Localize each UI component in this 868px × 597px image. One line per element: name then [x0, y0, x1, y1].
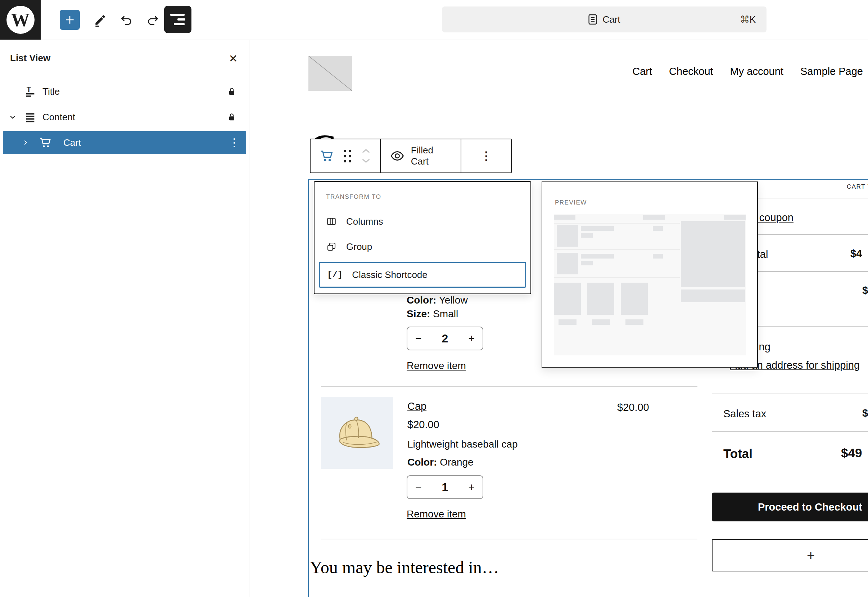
- cart-preview-skeleton: [554, 214, 746, 355]
- undo-icon: [120, 13, 134, 27]
- cart-block-icon: [37, 136, 53, 149]
- cross-sells-heading: You may be interested in…: [310, 557, 499, 577]
- document-icon: [588, 14, 597, 25]
- list-view-item-label: Title: [43, 86, 60, 97]
- pencil-icon: [93, 13, 107, 27]
- nav-link-checkout[interactable]: Checkout: [669, 65, 713, 77]
- lock-icon: [227, 112, 237, 122]
- close-list-view-button[interactable]: ✕: [226, 51, 240, 65]
- view-switcher-label: Filled Cart: [411, 145, 452, 167]
- block-outline-top: [308, 179, 868, 180]
- list-view-panel: List View ✕ T Title: [0, 40, 249, 597]
- product-price: $20.00: [407, 419, 439, 431]
- move-up-icon[interactable]: [361, 149, 371, 153]
- wordpress-w-icon: W: [6, 6, 34, 34]
- menu-item-label: Classic Shortcode: [352, 269, 428, 281]
- menu-item-label: Group: [346, 241, 372, 252]
- wordpress-block-editor: W: [0, 0, 868, 597]
- transform-menu-heading: TRANSFORM TO: [326, 193, 381, 200]
- list-view-icon: [170, 14, 185, 16]
- divider: [712, 394, 868, 394]
- command-palette[interactable]: Cart ⌘K: [442, 6, 767, 33]
- site-navigation: Cart Checkout My account Sample Page: [632, 65, 863, 77]
- cap-illustration: [330, 411, 384, 454]
- item-attribute-color: Color: Orange: [407, 457, 474, 468]
- list-view-title: List View: [10, 53, 50, 64]
- cart-block-button[interactable]: [319, 149, 334, 163]
- list-view-item-label: Content: [43, 111, 75, 123]
- move-down-icon[interactable]: [361, 159, 371, 163]
- plus-icon: [64, 14, 76, 25]
- command-palette-label: Cart: [603, 14, 620, 25]
- chevron-down-icon[interactable]: [6, 113, 19, 121]
- nav-link-cart[interactable]: Cart: [632, 65, 652, 77]
- menu-item-classic-shortcode[interactable]: [/] Classic Shortcode: [319, 262, 526, 288]
- block-toolbar: Filled Cart ⋮: [310, 139, 512, 173]
- editor-top-bar: W: [0, 0, 868, 40]
- subtotal-value: $4: [850, 248, 862, 260]
- quantity-value: 2: [442, 332, 449, 345]
- quantity-stepper: − 2 +: [407, 327, 483, 350]
- sales-tax-label: Sales tax: [723, 408, 766, 420]
- group-icon: [326, 241, 337, 252]
- shortcode-icon: [/]: [327, 270, 342, 280]
- remove-item-link[interactable]: Remove item: [407, 508, 466, 520]
- lock-icon: [227, 86, 237, 97]
- chevron-right-icon[interactable]: [19, 139, 32, 147]
- list-view-item-cart[interactable]: Cart ⋮: [3, 131, 246, 154]
- row-divider: [321, 539, 698, 539]
- transform-to-menu: TRANSFORM TO Columns Group [/] Classic S…: [314, 181, 531, 294]
- nav-link-my-account[interactable]: My account: [730, 65, 784, 77]
- title-block-icon: T: [22, 85, 38, 98]
- menu-item-label: Columns: [346, 216, 383, 227]
- proceed-to-checkout-button[interactable]: Proceed to Checkout: [712, 493, 868, 521]
- total-value: $49: [841, 446, 862, 460]
- divider: [712, 431, 868, 432]
- svg-text:T: T: [27, 85, 31, 93]
- view-switcher-button[interactable]: Filled Cart: [381, 140, 461, 172]
- decrease-quantity-button[interactable]: −: [415, 332, 422, 345]
- item-attribute-color: Color: Yellow: [407, 294, 468, 306]
- preview-heading: PREVIEW: [555, 199, 587, 206]
- block-options-button[interactable]: ⋮: [461, 140, 511, 172]
- editor-canvas: Cart Checkout My account Sample Page Car…: [249, 40, 868, 597]
- total-label: Total: [723, 447, 752, 461]
- sales-tax-value: $: [862, 407, 868, 419]
- command-shortcut: ⌘K: [740, 6, 756, 33]
- wordpress-logo[interactable]: W: [0, 0, 41, 40]
- item-attribute-size: Size: Small: [407, 308, 458, 320]
- redo-button[interactable]: [145, 13, 160, 27]
- site-logo-placeholder[interactable]: [308, 56, 352, 91]
- add-block-button[interactable]: [60, 10, 80, 30]
- edit-mode-button[interactable]: [93, 13, 107, 27]
- columns-icon: [326, 216, 337, 227]
- quantity-stepper: − 1 +: [407, 475, 483, 499]
- block-appender-button[interactable]: +: [712, 539, 868, 572]
- menu-item-columns[interactable]: Columns: [319, 210, 526, 233]
- plus-icon: +: [807, 548, 815, 563]
- increase-quantity-button[interactable]: +: [468, 332, 475, 345]
- product-image-cap[interactable]: [321, 397, 393, 469]
- decrease-quantity-button[interactable]: −: [415, 481, 422, 493]
- drag-handle-icon[interactable]: [344, 150, 351, 162]
- list-view-item-content[interactable]: Content: [3, 105, 246, 129]
- document-overview-button[interactable]: [164, 6, 191, 33]
- quantity-value: 1: [442, 481, 449, 494]
- nav-link-sample-page[interactable]: Sample Page: [800, 65, 863, 77]
- redo-icon: [145, 13, 160, 27]
- remove-item-link[interactable]: Remove item: [407, 360, 466, 371]
- options-kebab-icon: ⋮: [480, 150, 492, 162]
- fee-value: $: [862, 284, 868, 296]
- undo-button[interactable]: [120, 13, 134, 27]
- block-outline-left: [308, 179, 309, 597]
- options-kebab-icon[interactable]: ⋮: [229, 131, 240, 154]
- menu-item-group[interactable]: Group: [319, 235, 526, 258]
- content-block-icon: [22, 111, 38, 123]
- preview-popover: PREVIEW: [542, 181, 758, 368]
- list-view-item-label: Cart: [63, 137, 81, 149]
- list-view-item-title[interactable]: T Title: [3, 80, 246, 103]
- cart-totals-heading: CART TOTALS: [847, 183, 868, 190]
- increase-quantity-button[interactable]: +: [468, 481, 475, 493]
- product-name-link[interactable]: Cap: [407, 400, 427, 412]
- eye-icon: [390, 150, 404, 162]
